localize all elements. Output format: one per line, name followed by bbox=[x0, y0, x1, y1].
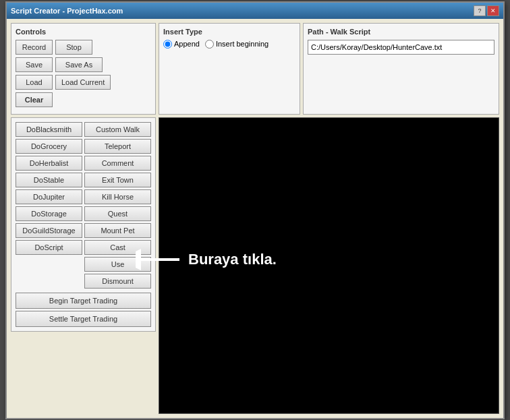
insert-beginning-radio[interactable] bbox=[205, 40, 214, 49]
quest-button[interactable]: Quest bbox=[84, 206, 151, 221]
window-title: Script Creator - ProjectHax.com bbox=[11, 7, 123, 15]
insert-type-panel: Insert Type Append Insert beginning bbox=[159, 23, 300, 115]
insert-type-title: Insert Type bbox=[163, 28, 295, 36]
bottom-buttons: Begin Target Trading Settle Target Tradi… bbox=[16, 293, 151, 327]
clear-row: Clear bbox=[16, 92, 151, 107]
cast-button[interactable]: Cast bbox=[84, 240, 151, 255]
close-button[interactable]: ✕ bbox=[487, 5, 499, 16]
append-radio-label[interactable]: Append bbox=[163, 40, 200, 49]
do-guild-storage-button[interactable]: DoGuildStorage bbox=[16, 223, 82, 238]
clear-button[interactable]: Clear bbox=[16, 92, 53, 107]
begin-target-trading-button[interactable]: Begin Target Trading bbox=[16, 293, 151, 309]
append-radio[interactable] bbox=[163, 40, 172, 49]
path-panel: Path - Walk Script bbox=[303, 23, 499, 115]
dismount-button[interactable]: Dismount bbox=[84, 274, 151, 289]
teleport-button[interactable]: Teleport bbox=[84, 139, 151, 154]
left-panel: DoBlacksmith Custom Walk DoGrocery Telep… bbox=[11, 117, 156, 414]
action-buttons-panel: DoBlacksmith Custom Walk DoGrocery Telep… bbox=[11, 117, 156, 332]
controls-header-panel: Controls Record Stop Save Save As Load L… bbox=[11, 23, 156, 115]
kill-horse-button[interactable]: Kill Horse bbox=[84, 189, 151, 204]
do-herbalist-button[interactable]: DoHerbalist bbox=[16, 156, 82, 171]
do-grocery-button[interactable]: DoGrocery bbox=[16, 139, 82, 154]
insert-beginning-radio-label[interactable]: Insert beginning bbox=[205, 40, 268, 49]
save-as-button[interactable]: Save As bbox=[55, 57, 103, 72]
exit-town-button[interactable]: Exit Town bbox=[84, 173, 151, 187]
insert-beginning-label: Insert beginning bbox=[216, 40, 268, 48]
load-current-button[interactable]: Load Current bbox=[55, 75, 111, 90]
append-label: Append bbox=[174, 40, 200, 48]
window-body: Controls Record Stop Save Save As Load L… bbox=[7, 19, 503, 418]
settle-target-trading-button[interactable]: Settle Target Trading bbox=[16, 311, 151, 327]
action-buttons-grid: DoBlacksmith Custom Walk DoGrocery Telep… bbox=[16, 122, 151, 289]
do-blacksmith-button[interactable]: DoBlacksmith bbox=[16, 122, 82, 137]
load-button[interactable]: Load bbox=[16, 75, 53, 90]
insert-type-radios: Append Insert beginning bbox=[163, 40, 295, 49]
script-output-panel bbox=[159, 117, 499, 414]
do-stable-button[interactable]: DoStable bbox=[16, 173, 82, 187]
save-button[interactable]: Save bbox=[16, 57, 53, 72]
title-bar: Script Creator - ProjectHax.com ? ✕ bbox=[7, 3, 503, 19]
stop-button[interactable]: Stop bbox=[55, 40, 92, 55]
do-script-button[interactable]: DoScript bbox=[16, 240, 82, 255]
use-button[interactable]: Use bbox=[84, 257, 151, 272]
path-input[interactable] bbox=[308, 40, 494, 55]
load-row: Load Load Current bbox=[16, 75, 151, 90]
help-button[interactable]: ? bbox=[474, 5, 486, 16]
comment-button[interactable]: Comment bbox=[84, 156, 151, 171]
mount-pet-button[interactable]: Mount Pet bbox=[84, 223, 151, 238]
do-jupiter-button[interactable]: DoJupiter bbox=[16, 189, 82, 204]
main-window: Script Creator - ProjectHax.com ? ✕ Cont… bbox=[5, 1, 505, 419]
save-row: Save Save As bbox=[16, 57, 151, 72]
record-button[interactable]: Record bbox=[16, 40, 53, 55]
record-stop-row: Record Stop bbox=[16, 40, 151, 55]
do-storage-button[interactable]: DoStorage bbox=[16, 206, 82, 221]
panels-wrapper: DoBlacksmith Custom Walk DoGrocery Telep… bbox=[11, 117, 499, 414]
window-controls: ? ✕ bbox=[474, 5, 499, 16]
custom-walk-button[interactable]: Custom Walk bbox=[84, 122, 151, 137]
path-title: Path - Walk Script bbox=[308, 28, 494, 36]
top-sections: Controls Record Stop Save Save As Load L… bbox=[11, 23, 499, 115]
controls-title: Controls bbox=[16, 28, 151, 36]
